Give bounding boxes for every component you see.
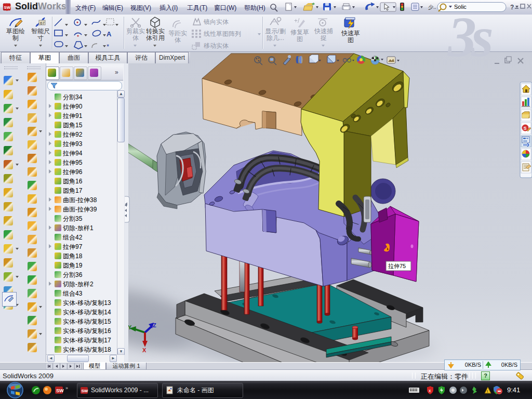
svg-text:Z: Z [153, 322, 156, 328]
svg-text:Y: Y [128, 324, 132, 330]
svg-text:*: * [107, 43, 109, 50]
svg-text:67: 67 [40, 21, 45, 25]
svg-text:SW: SW [82, 389, 88, 393]
svg-text:少..: 少.. [428, 4, 436, 10]
svg-text:S: S [524, 126, 527, 131]
svg-text:SW: SW [4, 5, 11, 10]
svg-text:+/: +/ [294, 17, 300, 24]
svg-text:!: ! [487, 389, 488, 394]
svg-text:?: ? [510, 4, 514, 11]
svg-text:A: A [107, 30, 112, 38]
svg-text:SW: SW [56, 388, 64, 393]
svg-text:拉伸75: 拉伸75 [388, 263, 406, 269]
svg-text:»: » [65, 385, 68, 391]
svg-text:x: x [429, 388, 431, 393]
svg-text:X: X [142, 347, 147, 353]
